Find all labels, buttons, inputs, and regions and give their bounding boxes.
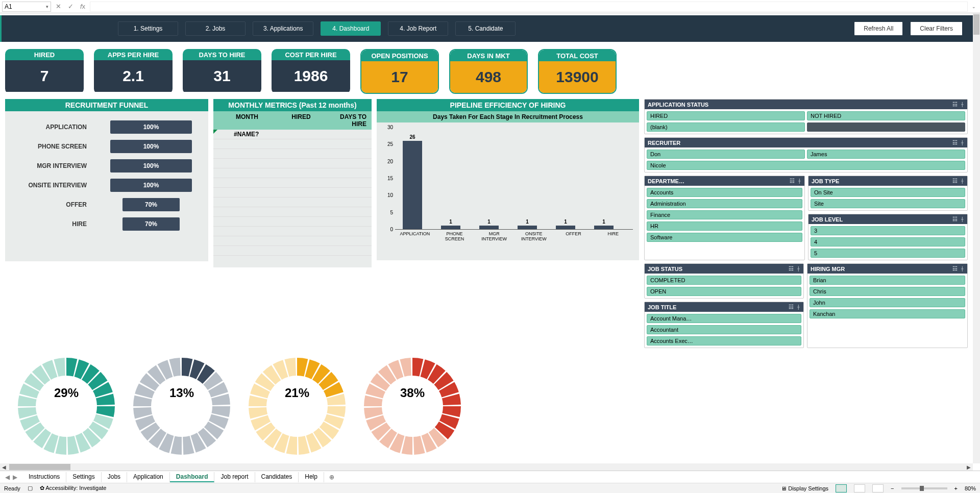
slicer-item[interactable]: OPEN [647, 287, 801, 296]
slicer-item[interactable] [807, 122, 965, 132]
slicer-item[interactable]: NOT HIRED [807, 111, 965, 120]
slicer-item[interactable]: Chris [810, 287, 965, 296]
panel-subtitle: Days Taken For Each Stage In Recruitment… [377, 111, 639, 122]
chart-bar: 1 [477, 219, 501, 229]
kpi-row: HIRED 7 APPS PER HIRE 2.1 DAYS TO HIRE 3… [0, 42, 973, 99]
slicer-item[interactable]: Finance [647, 210, 802, 219]
multi-select-icon[interactable]: ☷ [952, 265, 958, 272]
slicer: JOB TYPE ☷⟊ On SiteSite [808, 176, 968, 211]
name-box[interactable]: A1 [2, 2, 51, 12]
multi-select-icon[interactable]: ☷ [789, 265, 794, 272]
slicer-item[interactable]: Don [647, 150, 805, 159]
multi-select-icon[interactable]: ☷ [789, 304, 794, 310]
kpi-card: OPEN POSITIONS 17 [360, 49, 439, 94]
cancel-icon[interactable]: ✕ [53, 3, 63, 10]
slicer-item[interactable]: 4 [811, 237, 965, 246]
fx-icon[interactable]: fx [78, 3, 88, 10]
nav-button[interactable]: 2. Jobs [185, 21, 246, 36]
slicer-item[interactable]: On Site [811, 188, 965, 197]
sheet-tab[interactable]: Job report [214, 472, 255, 482]
macro-record-icon[interactable]: ▢ [28, 485, 33, 491]
vertical-scrollbar[interactable] [973, 13, 980, 463]
zoom-level[interactable]: 80% [965, 485, 976, 491]
slicer-item[interactable]: HIRED [647, 111, 805, 120]
clear-filter-icon[interactable]: ⟊ [961, 216, 964, 223]
funnel-bar: 100% [110, 159, 192, 172]
error-cell[interactable]: #NAME? [234, 131, 259, 138]
clear-filter-icon[interactable]: ⟊ [797, 304, 800, 310]
clear-filter-icon[interactable]: ⟊ [961, 265, 964, 272]
slicer-item[interactable]: Kanchan [810, 309, 965, 318]
kpi-value: 13900 [539, 61, 616, 93]
sheet-tab[interactable]: Dashboard [170, 472, 215, 482]
zoom-out-button[interactable]: − [891, 485, 894, 491]
sheet-tab[interactable]: Jobs [102, 472, 127, 482]
sheet-tab[interactable]: Help [299, 472, 324, 482]
nav-button[interactable]: 3. Applications [253, 21, 313, 36]
formula-input[interactable] [90, 2, 968, 12]
funnel-stage-label: APPLICATION [12, 124, 87, 131]
expand-formula-icon[interactable]: ⌄ [970, 4, 978, 9]
clear-filter-icon[interactable]: ⟊ [961, 139, 964, 146]
y-tick: 15 [383, 176, 393, 181]
tab-nav-prev-icon[interactable]: ▶ [13, 474, 17, 481]
page-layout-view-button[interactable] [854, 484, 865, 492]
donut-value: 29% [15, 386, 117, 400]
sheet-tab[interactable]: Candidates [255, 472, 299, 482]
nav-button[interactable]: 4. Job Report [388, 21, 448, 36]
slicer-item[interactable]: Software [647, 233, 802, 242]
multi-select-icon[interactable]: ☷ [790, 178, 795, 184]
slicer-item[interactable]: Account Mana… [647, 314, 801, 323]
slicer-item[interactable]: James [807, 150, 965, 159]
slicer-item[interactable]: Site [811, 199, 965, 208]
slicer-item[interactable]: HR [647, 221, 802, 231]
slicer-title: JOB LEVEL [812, 216, 843, 223]
display-settings-button[interactable]: 🖥 Display Settings [781, 485, 828, 491]
horizontal-scrollbar[interactable]: ◀ ▶ [0, 463, 973, 471]
page-break-view-button[interactable] [872, 484, 884, 492]
slicer-item[interactable]: John [810, 298, 965, 307]
slicer-item[interactable]: Nicole [647, 161, 965, 170]
multi-select-icon[interactable]: ☷ [952, 101, 958, 108]
multi-select-icon[interactable]: ☷ [952, 139, 958, 146]
slicer-item[interactable]: 5 [811, 249, 965, 258]
nav-button[interactable]: 5. Candidate [455, 21, 516, 36]
add-sheet-button[interactable]: ⊕ [324, 474, 339, 481]
tab-nav-first-icon[interactable]: ◀ [5, 474, 10, 481]
slicer-header: RECRUITER ☷⟊ [645, 138, 967, 147]
slicer-item[interactable]: (blank) [647, 122, 805, 132]
nav-button[interactable]: 4. Dashboard [321, 21, 381, 36]
zoom-slider[interactable] [901, 487, 947, 489]
slicer-header: HIRING MGR ☷⟊ [807, 264, 967, 274]
clear-filters-button[interactable]: Clear Filters [910, 21, 963, 36]
scroll-left-icon[interactable]: ◀ [0, 464, 8, 470]
refresh-all-button[interactable]: Refresh All [854, 21, 903, 36]
zoom-in-button[interactable]: + [954, 485, 958, 491]
sheet-tab[interactable]: Settings [66, 472, 101, 482]
multi-select-icon[interactable]: ☷ [952, 216, 958, 223]
slicer-item[interactable]: Administration [647, 199, 802, 208]
slicer-item[interactable]: 3 [811, 226, 965, 235]
nav-button[interactable]: 1. Settings [118, 21, 178, 36]
accessibility-status[interactable]: ✿ Accessibility: Investigate [40, 485, 107, 491]
sheet-tab[interactable]: Instructions [22, 472, 66, 482]
error-indicator-icon[interactable] [213, 130, 217, 134]
clear-filter-icon[interactable]: ⟊ [961, 101, 964, 108]
clear-filter-icon[interactable]: ⟊ [798, 178, 801, 184]
col-days: DAYS TO HIRE [324, 111, 372, 130]
funnel-stage-label: PHONE SCREEN [12, 143, 87, 150]
slicer-item[interactable]: Accounts [647, 188, 802, 197]
slicer-item[interactable]: Brian [810, 276, 965, 285]
multi-select-icon[interactable]: ☷ [952, 178, 958, 184]
slicer-item[interactable]: Accounts Exec… [647, 336, 801, 346]
clear-filter-icon[interactable]: ⟊ [797, 265, 800, 272]
confirm-icon[interactable]: ✓ [65, 3, 76, 10]
scroll-right-icon[interactable]: ▶ [965, 464, 973, 470]
slicer-item[interactable]: COMPLETED [647, 276, 801, 285]
slicer-item[interactable]: Accountant [647, 325, 801, 334]
funnel-stage-label: MGR INTERVIEW [12, 162, 87, 169]
normal-view-button[interactable] [836, 484, 847, 492]
clear-filter-icon[interactable]: ⟊ [961, 178, 964, 184]
sheet-tab[interactable]: Application [127, 472, 170, 482]
x-label: OFFER [554, 230, 594, 242]
